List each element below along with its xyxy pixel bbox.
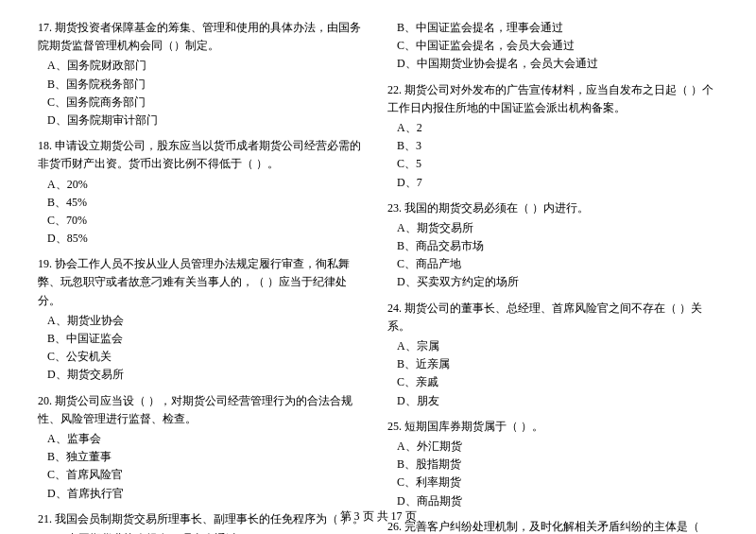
question-19-title: 19. 协会工作人员不按从业人员管理办法规定履行审查，徇私舞弊、玩忽职守或者故意… (38, 255, 369, 310)
option-23-d: D、买卖双方约定的场所 (397, 273, 718, 291)
question-22: 22. 期货公司对外发布的广告宣传材料，应当自发布之日起（ ）个工作日内报住所地… (387, 81, 718, 192)
question-25: 25. 短期国库券期货属于（ ）。 A、外汇期货 B、股指期货 C、利率期货 D… (387, 418, 718, 510)
option-17-d: D、国务院期审计部门 (47, 112, 369, 129)
question-24: 24. 期货公司的董事长、总经理、首席风险官之间不存在（ ）关系。 A、宗属 B… (387, 300, 718, 410)
question-18: 18. 申请设立期货公司，股东应当以货币成者期货公司经营必需的非货币财产出资。货… (38, 137, 369, 248)
option-19-a: A、期货业协会 (47, 312, 369, 330)
option-19-b: B、中国证监会 (47, 330, 369, 348)
option-20-a: A、监事会 (47, 430, 369, 448)
question-17-title: 17. 期货投资者保障基金的筹集、管理和使用的具体办法，由国务院期货监督管理机构… (38, 19, 369, 55)
question-21-options: A、中国期货业协会提名，理事会通过 (38, 530, 369, 534)
right-column: B、中国证监会提名，理事会通过 C、中国证监会提名，会员大会通过 D、中国期货业… (387, 19, 718, 534)
question-21-cont-options: B、中国证监会提名，理事会通过 C、中国证监会提名，会员大会通过 D、中国期货业… (387, 19, 718, 74)
question-24-title: 24. 期货公司的董事长、总经理、首席风险官之间不存在（ ）关系。 (387, 300, 718, 336)
option-17-c: C、国务院商务部门 (47, 94, 369, 112)
question-21-cont: B、中国证监会提名，理事会通过 C、中国证监会提名，会员大会通过 D、中国期货业… (387, 19, 718, 74)
option-24-b: B、近亲属 (397, 355, 718, 373)
question-19: 19. 协会工作人员不按从业人员管理办法规定履行审查，徇私舞弊、玩忽职守或者故意… (38, 255, 369, 384)
option-24-d: D、朋友 (397, 392, 718, 410)
question-20-title: 20. 期货公司应当设（ ），对期货公司经营管理行为的合法合规性、风险管理进行监… (38, 392, 369, 428)
option-20-b: B、独立董事 (47, 448, 369, 466)
option-25-a: A、外汇期货 (397, 438, 718, 456)
question-17-options: A、国务院财政部门 B、国务院税务部门 C、国务院商务部门 D、国务院期审计部门 (38, 57, 369, 129)
question-19-options: A、期货业协会 B、中国证监会 C、公安机关 D、期货交易所 (38, 312, 369, 385)
option-24-c: C、亲戚 (397, 373, 718, 391)
page-footer: 第 3 页 共 17 页 (0, 508, 756, 525)
option-23-a: A、期货交易所 (397, 219, 718, 237)
question-17: 17. 期货投资者保障基金的筹集、管理和使用的具体办法，由国务院期货监督管理机构… (38, 19, 369, 129)
question-20-options: A、监事会 B、独立董事 C、首席风险官 D、首席执行官 (38, 430, 369, 503)
option-22-d: D、7 (397, 174, 718, 192)
option-17-b: B、国务院税务部门 (47, 76, 369, 94)
content-columns: 17. 期货投资者保障基金的筹集、管理和使用的具体办法，由国务院期货监督管理机构… (38, 19, 718, 534)
question-20: 20. 期货公司应当设（ ），对期货公司经营管理行为的合法合规性、风险管理进行监… (38, 392, 369, 503)
option-21-b: B、中国证监会提名，理事会通过 (397, 19, 718, 37)
option-24-a: A、宗属 (397, 337, 718, 355)
question-22-options: A、2 B、3 C、5 D、7 (387, 119, 718, 192)
option-17-a: A、国务院财政部门 (47, 57, 369, 75)
question-23-title: 23. 我国的期货交易必须在（ ）内进行。 (387, 199, 718, 217)
question-25-options: A、外汇期货 B、股指期货 C、利率期货 D、商品期货 (387, 438, 718, 510)
option-22-b: B、3 (397, 137, 718, 155)
option-21-c: C、中国证监会提名，会员大会通过 (397, 37, 718, 55)
option-20-d: D、首席执行官 (47, 485, 369, 503)
option-19-c: C、公安机关 (47, 348, 369, 366)
option-20-c: C、首席风险官 (47, 466, 369, 484)
option-22-c: C、5 (397, 155, 718, 173)
option-19-d: D、期货交易所 (47, 366, 369, 384)
left-column: 17. 期货投资者保障基金的筹集、管理和使用的具体办法，由国务院期货监督管理机构… (38, 19, 369, 534)
question-24-options: A、宗属 B、近亲属 C、亲戚 D、朋友 (387, 337, 718, 410)
question-18-title: 18. 申请设立期货公司，股东应当以货币成者期货公司经营必需的非货币财产出资。货… (38, 137, 369, 173)
question-18-options: A、20% B、45% C、70% D、85% (38, 176, 369, 249)
option-18-a: A、20% (47, 176, 369, 194)
option-18-d: D、85% (47, 230, 369, 248)
question-22-title: 22. 期货公司对外发布的广告宣传材料，应当自发布之日起（ ）个工作日内报住所地… (387, 81, 718, 117)
question-23-options: A、期货交易所 B、商品交易市场 C、商品产地 D、买卖双方约定的场所 (387, 219, 718, 292)
question-23: 23. 我国的期货交易必须在（ ）内进行。 A、期货交易所 B、商品交易市场 C… (387, 199, 718, 292)
question-25-title: 25. 短期国库券期货属于（ ）。 (387, 418, 718, 436)
option-21-d: D、中国期货业协会提名，会员大会通过 (397, 55, 718, 73)
option-23-c: C、商品产地 (397, 255, 718, 273)
option-18-b: B、45% (47, 194, 369, 212)
option-21-a: A、中国期货业协会提名，理事会通过 (47, 530, 369, 534)
option-23-b: B、商品交易市场 (397, 237, 718, 255)
option-18-c: C、70% (47, 212, 369, 230)
option-25-b: B、股指期货 (397, 456, 718, 474)
page: 17. 期货投资者保障基金的筹集、管理和使用的具体办法，由国务院期货监督管理机构… (0, 0, 756, 534)
option-22-a: A、2 (397, 119, 718, 137)
option-25-c: C、利率期货 (397, 474, 718, 491)
option-25-d: D、商品期货 (397, 492, 718, 510)
